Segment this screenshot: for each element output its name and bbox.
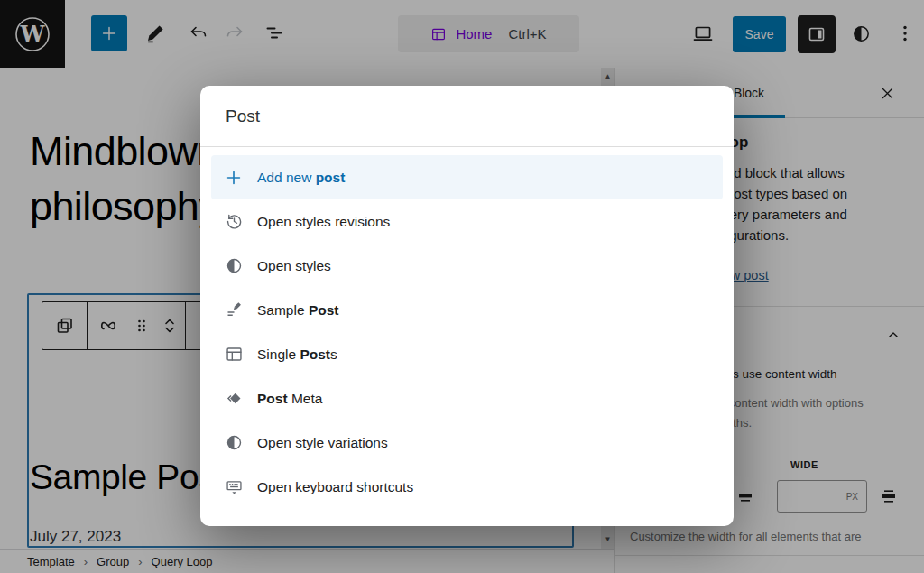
block-meta-icon — [223, 388, 245, 410]
command-item-label: Open styles — [257, 258, 331, 274]
command-item[interactable]: Post Meta — [211, 376, 723, 421]
command-item[interactable]: Sample Post — [211, 288, 723, 332]
command-item[interactable]: Open keyboard shortcuts — [211, 465, 723, 509]
post-icon — [223, 300, 245, 321]
command-item-label: Open keyboard shortcuts — [257, 479, 413, 495]
command-item-label: Open styles revisions — [257, 214, 390, 230]
plus-icon — [223, 167, 245, 189]
command-item[interactable]: Open style variations — [211, 421, 723, 465]
keyboard-icon — [223, 476, 245, 498]
command-item[interactable]: Open styles — [211, 244, 723, 288]
command-palette: Add new postOpen styles revisionsOpen st… — [200, 86, 734, 526]
site-editor-screen: W — [0, 0, 924, 573]
contrast-icon — [223, 432, 245, 454]
command-list: Add new postOpen styles revisionsOpen st… — [200, 147, 734, 517]
command-search — [200, 86, 734, 147]
command-item-label: Post Meta — [257, 391, 322, 407]
command-item[interactable]: Open styles revisions — [211, 199, 723, 244]
command-item-label: Single Posts — [257, 347, 337, 363]
command-item-label: Open style variations — [257, 435, 388, 451]
command-item[interactable]: Single Posts — [211, 332, 723, 376]
command-search-input[interactable] — [224, 106, 710, 127]
contrast-icon — [223, 255, 245, 277]
template-icon — [223, 344, 245, 365]
command-item-label: Sample Post — [257, 302, 338, 319]
command-item-label: Add new post — [257, 170, 345, 186]
history-icon — [223, 211, 245, 233]
command-item[interactable]: Add new post — [211, 155, 723, 199]
